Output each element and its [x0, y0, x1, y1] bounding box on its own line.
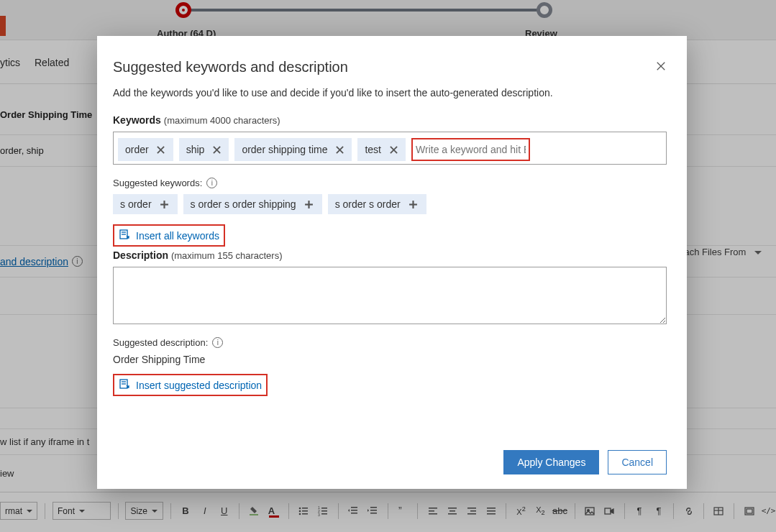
- remove-chip-icon[interactable]: [211, 145, 222, 155]
- apply-changes-button[interactable]: Apply Changes: [503, 450, 599, 474]
- suggested-keywords-row: s order s order s order shipping s order…: [113, 194, 667, 214]
- keyword-text-input[interactable]: [411, 138, 530, 161]
- keyword-chip: test: [357, 138, 406, 161]
- insert-suggested-description-link[interactable]: Insert suggested description: [113, 374, 268, 396]
- keywords-input-box[interactable]: order ship order shipping time test: [113, 132, 667, 165]
- info-icon[interactable]: i: [212, 337, 223, 348]
- description-textarea[interactable]: [113, 267, 667, 324]
- keyword-chip: ship: [179, 138, 229, 161]
- close-button[interactable]: [651, 56, 671, 76]
- modal-actions: Apply Changes Cancel: [113, 450, 667, 474]
- modal-subtitle: Add the keywords you'd like to use and d…: [113, 87, 667, 98]
- info-icon[interactable]: i: [206, 178, 217, 188]
- keywords-label: Keywords (maximum 4000 characters): [113, 114, 667, 126]
- suggested-keywords-modal: Suggested keywords and description Add t…: [97, 36, 687, 489]
- description-label: Description (maximum 155 characters): [113, 249, 667, 261]
- remove-chip-icon[interactable]: [334, 145, 344, 155]
- chip-label: s order s order shipping: [191, 198, 296, 210]
- chip-label: s order s order: [335, 198, 401, 210]
- add-chip-icon[interactable]: [159, 198, 170, 210]
- suggested-chip: s order: [113, 194, 178, 214]
- insert-icon: [119, 378, 130, 392]
- modal-title: Suggested keywords and description: [113, 59, 667, 75]
- chip-label: test: [365, 144, 381, 155]
- suggested-chip: s order s order: [328, 194, 426, 214]
- add-chip-icon[interactable]: [408, 198, 419, 210]
- keyword-chip: order: [118, 138, 173, 161]
- suggested-keywords-label: Suggested keywords: i: [113, 178, 667, 188]
- keyword-chip: order shipping time: [234, 138, 352, 161]
- insert-icon: [119, 229, 130, 242]
- remove-chip-icon[interactable]: [156, 145, 166, 155]
- cancel-button[interactable]: Cancel: [608, 450, 667, 474]
- remove-chip-icon[interactable]: [388, 145, 398, 155]
- suggested-chip: s order s order shipping: [183, 194, 322, 214]
- suggested-description-text: Order Shipping Time: [113, 354, 667, 365]
- add-chip-icon[interactable]: [303, 198, 315, 210]
- chip-label: order: [125, 144, 149, 155]
- chip-label: order shipping time: [242, 144, 327, 155]
- insert-all-keywords-link[interactable]: Insert all keywords: [113, 224, 225, 247]
- chip-label: ship: [186, 144, 205, 155]
- suggested-description-label: Suggested description: i: [113, 337, 667, 348]
- chip-label: s order: [120, 198, 152, 210]
